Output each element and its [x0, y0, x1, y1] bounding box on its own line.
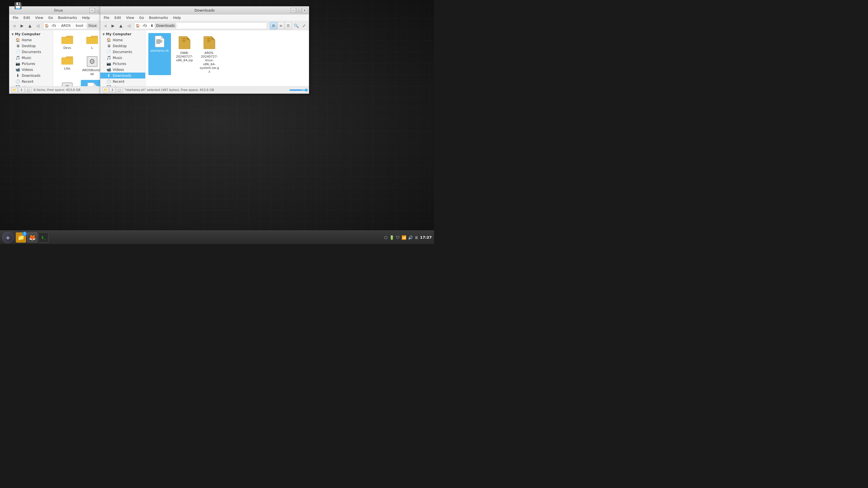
taskbar-tray: ⬡ 🔋 🛡 📶 🔊 🖥 17:27 [384, 235, 432, 240]
up-button-downloads[interactable]: ▲ [117, 22, 125, 29]
breadcrumb-downloads-label[interactable]: Downloads [155, 23, 177, 28]
maximize-button-linux[interactable]: □ [95, 8, 100, 13]
mycomputer-label-linux: My Computer [15, 32, 40, 36]
menu-view-linux[interactable]: View [33, 15, 45, 20]
menu-help-linux[interactable]: Help [80, 15, 92, 20]
sidebar-item-documents-linux[interactable]: 📄 Documents [9, 49, 53, 55]
up-button-linux[interactable]: ▲ [26, 22, 34, 29]
titlebar-downloads: Downloads − □ ✕ [100, 6, 309, 14]
sidebar-item-documents-downloads[interactable]: 📄 Documents [100, 49, 145, 55]
breadcrumb-rfz-downloads[interactable]: rfz [141, 23, 149, 28]
prev-location-button-linux[interactable]: ◁ [34, 22, 41, 29]
back-button-downloads[interactable]: ◀ [101, 22, 109, 29]
clock-display: 17:27 [420, 235, 432, 239]
menubar-downloads: File Edit View Go Bookmarks Help [100, 14, 309, 21]
pictures-icon-downloads: 📷 [106, 62, 111, 66]
file-item-startaros-dl[interactable]: startaros.sh [148, 33, 171, 75]
menu-go-linux[interactable]: Go [46, 15, 55, 20]
documents-icon-downloads: 📄 [106, 50, 111, 54]
sidebar-section-mycomputer-downloads[interactable]: ▼ My Computer [100, 31, 145, 37]
statusbar-btn1-downloads[interactable]: 📁 [102, 87, 109, 93]
file-item-kernel[interactable]: ⚙ kernel [56, 80, 79, 86]
breadcrumb-aros[interactable]: AROS [59, 23, 72, 28]
zoom-handle[interactable] [305, 89, 308, 92]
menu-bookmarks-linux[interactable]: Bookmarks [56, 15, 79, 20]
videos-icon-linux: 📹 [16, 67, 20, 72]
downloads-icon-linux: ⬇ [16, 73, 20, 78]
view-icons-button[interactable]: ⊞ [270, 22, 277, 29]
menu-go-downloads[interactable]: Go [137, 15, 146, 20]
file-item-owb[interactable]: OWB-20240727-x86_64.zip [173, 33, 196, 75]
statusbar-linux: 📁 ↕ □ 6 items, Free space: 453,6 GB [9, 86, 107, 94]
file-label-libs: Libs [64, 67, 70, 70]
menu-file-linux[interactable]: File [10, 15, 21, 20]
content-downloads: ▼ My Computer 🏠 Home 🖥 Desktop 📄 Documen… [100, 30, 309, 86]
sidebar-item-pictures-downloads[interactable]: 📷 Pictures [100, 61, 145, 67]
sidebar-item-home-downloads[interactable]: 🏠 Home [100, 37, 145, 43]
sidebar-item-music-downloads[interactable]: 🎵 Music [100, 55, 145, 61]
recent-icon-downloads: 🕐 [106, 79, 111, 84]
menu-view-downloads[interactable]: View [124, 15, 136, 20]
search-button-downloads[interactable]: 🔍 [292, 22, 300, 29]
sidebar-item-desktop-linux[interactable]: 🖥 Desktop [9, 43, 53, 49]
svg-rect-9 [183, 39, 185, 40]
file-item-libs[interactable]: Libs [56, 54, 79, 77]
folder-icon-l [86, 35, 98, 45]
toolbar-linux: ◀ ▶ ▲ ◁ 🏠 rfz › AROS › boot › linux › 🔍 [9, 21, 107, 30]
breadcrumb-bar-linux: 🏠 rfz › AROS › boot › linux › [43, 22, 97, 29]
statusbar-text-linux: 6 items, Free space: 453,6 GB [34, 88, 80, 92]
view-list-button[interactable]: ≡ [277, 22, 284, 29]
zoom-fit-button[interactable]: ⤢ [300, 22, 308, 29]
sidebar-item-pictures-linux[interactable]: 📷 Pictures [9, 61, 53, 67]
file-item-aros[interactable]: AROS-20240727-linux-x86_64-system.tar.gz [198, 33, 221, 75]
minimize-button-linux[interactable]: − [90, 8, 95, 13]
back-button-linux[interactable]: ◀ [10, 22, 18, 29]
minimize-button-downloads[interactable]: − [291, 8, 296, 13]
sidebar-label-downloads-downloads: Downloads [113, 74, 131, 78]
menu-edit-downloads[interactable]: Edit [112, 15, 123, 20]
sidebar-item-home-linux[interactable]: 🏠 Home [9, 37, 53, 43]
menu-file-downloads[interactable]: File [101, 15, 112, 20]
menu-help-downloads[interactable]: Help [171, 15, 183, 20]
menu-bookmarks-downloads[interactable]: Bookmarks [147, 15, 170, 20]
taskbar-terminal[interactable]: $_ [38, 232, 49, 242]
sidebar-item-music-linux[interactable]: 🎵 Music [9, 55, 53, 61]
sidebar-label-desktop-linux: Desktop [22, 44, 36, 48]
view-details-button[interactable]: ☰ [284, 22, 292, 29]
statusbar-btn3-downloads[interactable]: □ [116, 87, 122, 93]
sidebar-item-recent-downloads[interactable]: 🕐 Recent [100, 78, 145, 85]
breadcrumb-rfz[interactable]: rfz [50, 23, 58, 28]
sidebar-item-downloads-linux[interactable]: ⬇ Downloads [9, 73, 53, 78]
window-title-linux: linux [54, 8, 63, 12]
sidebar-item-recent-linux[interactable]: 🕐 Recent [9, 78, 53, 85]
statusbar-btn2-downloads[interactable]: ↕ [110, 87, 116, 93]
file-area-linux: Devs L Libs ⚙ [53, 30, 107, 86]
statusbar-btn2-linux[interactable]: ↕ [19, 87, 25, 93]
sidebar-item-videos-downloads[interactable]: 📹 Videos [100, 67, 145, 73]
sidebar-item-desktop-downloads[interactable]: 🖥 Desktop [100, 43, 145, 49]
taskbar-folder[interactable]: 📁 2 [16, 232, 26, 242]
statusbar-btns-linux: 📁 ↕ □ [11, 87, 31, 93]
music-icon-downloads: 🎵 [106, 56, 111, 60]
close-button-downloads[interactable]: ✕ [302, 8, 307, 13]
forward-button-linux[interactable]: ▶ [19, 22, 26, 29]
sidebar-item-downloads-downloads[interactable]: ⬇ Downloads [100, 73, 145, 78]
maximize-button-downloads[interactable]: □ [297, 8, 302, 13]
start-button[interactable]: ◈ [2, 232, 13, 243]
breadcrumb-boot[interactable]: boot [74, 23, 85, 28]
file-item-devs[interactable]: Devs [56, 33, 79, 52]
menu-edit-linux[interactable]: Edit [21, 15, 32, 20]
forward-button-downloads[interactable]: ▶ [110, 22, 117, 29]
desktop-usb: 💾 [14, 2, 22, 9]
breadcrumb-downloads-active: ⬇ Downloads [150, 23, 176, 28]
taskbar-firefox[interactable]: 🦊 [27, 232, 37, 242]
mycomputer-arrow-downloads: ▼ [102, 33, 105, 36]
statusbar-btn3-linux[interactable]: □ [25, 87, 31, 93]
sidebar-section-mycomputer-linux[interactable]: ▼ My Computer [9, 31, 53, 37]
prev-location-button-downloads[interactable]: ◁ [125, 22, 132, 29]
sidebar-item-videos-linux[interactable]: 📹 Videos [9, 67, 53, 73]
breadcrumb-linux[interactable]: linux [87, 23, 97, 28]
zoom-slider[interactable] [290, 90, 307, 91]
statusbar-btn1-linux[interactable]: 📁 [11, 87, 18, 93]
svg-rect-10 [182, 40, 186, 41]
